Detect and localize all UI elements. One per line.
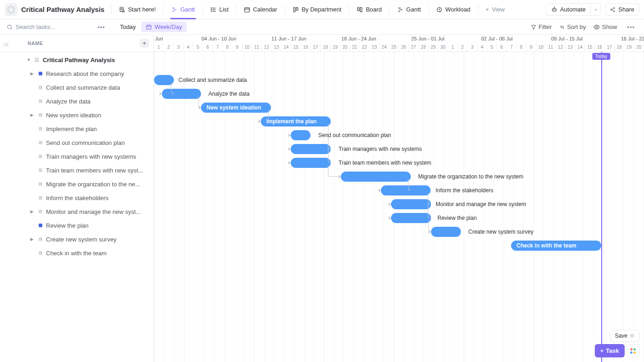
gantt-bar[interactable]: Implement the plan	[261, 116, 331, 126]
task-row[interactable]: ▶Research about the company	[0, 67, 154, 80]
day-label[interactable]: 20	[340, 43, 350, 52]
day-label[interactable]: 7	[213, 43, 223, 52]
task-row[interactable]: ▶Check in with the team	[0, 246, 154, 260]
gantt-bar[interactable]	[381, 185, 431, 195]
more-menu[interactable]: •••	[95, 23, 108, 30]
day-label[interactable]: 20	[634, 43, 644, 52]
new-task-fab[interactable]: + Task	[595, 344, 625, 357]
day-label[interactable]: 23	[370, 43, 380, 52]
day-label[interactable]: 7	[507, 43, 517, 52]
toolbar-more[interactable]: •••	[624, 23, 638, 30]
task-row[interactable]: ▶Monitor and manage the new syst...	[0, 205, 154, 218]
day-label[interactable]: 16	[301, 43, 310, 52]
gantt-bar[interactable]	[291, 130, 310, 140]
day-label[interactable]: 26	[399, 43, 408, 52]
gantt-bar[interactable]	[341, 172, 411, 182]
view-tab-gantt[interactable]: Gantt	[166, 0, 201, 19]
today-button[interactable]: Today	[120, 23, 136, 30]
gantt-area[interactable]: Jun04 Jun - 10 Jun11 Jun - 17 Jun18 Jun …	[154, 35, 644, 362]
day-label[interactable]: 14	[282, 43, 291, 52]
day-label[interactable]: 13	[272, 43, 282, 52]
day-label[interactable]: 17	[311, 43, 321, 52]
gantt-bar[interactable]	[291, 158, 331, 168]
task-row[interactable]: ▶Review the plan	[0, 218, 154, 232]
task-row[interactable]: ▶Collect and summarize data	[0, 80, 154, 94]
view-tab-start-here-[interactable]: Start here!	[113, 0, 161, 19]
day-label[interactable]: 11	[252, 43, 262, 52]
sortby-button[interactable]: Sort by	[559, 23, 586, 30]
day-label[interactable]: 8	[517, 43, 526, 52]
day-label[interactable]: 25	[389, 43, 399, 52]
day-label[interactable]: 2	[164, 43, 173, 52]
view-tab-by-department[interactable]: By Department	[287, 0, 347, 19]
day-label[interactable]: 15	[291, 43, 301, 52]
zoom-weekday-button[interactable]: Week/Day	[141, 22, 187, 32]
task-row[interactable]: ▶New system ideation	[0, 108, 154, 122]
day-label[interactable]: 29	[428, 43, 438, 52]
view-tab-list[interactable]: List	[205, 0, 234, 19]
share-button[interactable]: Share	[605, 3, 639, 16]
day-label[interactable]: 4	[184, 43, 193, 52]
save-button[interactable]: Save	[610, 330, 639, 342]
day-label[interactable]: 5	[487, 43, 497, 52]
add-view-button[interactable]: + View	[480, 0, 511, 19]
day-label[interactable]: 1	[154, 43, 164, 52]
view-tab-calendar[interactable]: Calendar	[238, 0, 283, 19]
day-label[interactable]: 2	[458, 43, 467, 52]
gantt-bar[interactable]	[291, 144, 331, 154]
day-label[interactable]: 28	[419, 43, 428, 52]
gantt-bar[interactable]	[391, 199, 431, 209]
day-label[interactable]: 27	[409, 43, 419, 52]
apps-button[interactable]	[627, 345, 639, 357]
day-label[interactable]: 16	[595, 43, 604, 52]
task-row[interactable]: ▶Train team members with new syst...	[0, 163, 154, 177]
day-label[interactable]: 21	[350, 43, 360, 52]
day-label[interactable]: 8	[223, 43, 232, 52]
day-label[interactable]: 4	[477, 43, 487, 52]
project-icon[interactable]	[5, 3, 17, 16]
day-label[interactable]: 30	[438, 43, 448, 52]
gantt-bar[interactable]: Check in with the team	[511, 241, 601, 251]
gantt-bar[interactable]	[391, 213, 431, 223]
add-task-button[interactable]	[140, 39, 149, 48]
gantt-bar[interactable]: New system ideation	[201, 103, 271, 113]
day-label[interactable]: 22	[360, 43, 369, 52]
automate-button[interactable]: Automate	[546, 3, 591, 16]
day-label[interactable]: 10	[242, 43, 252, 52]
tree-group[interactable]: ▼ ☰ Critical Pathway Analysis	[0, 53, 154, 67]
task-row[interactable]: ▶Send out communication plan	[0, 136, 154, 149]
day-label[interactable]: 12	[556, 43, 565, 52]
day-label[interactable]: 5	[193, 43, 203, 52]
day-label[interactable]: 18	[321, 43, 330, 52]
automate-dropdown[interactable]	[590, 3, 601, 16]
task-row[interactable]: ▶Train managers with new systems	[0, 149, 154, 163]
task-row[interactable]: ▶Analyze the data	[0, 94, 154, 108]
day-label[interactable]: 12	[262, 43, 271, 52]
day-label[interactable]: 24	[380, 43, 389, 52]
day-label[interactable]: 9	[526, 43, 536, 52]
filter-button[interactable]: Filter	[531, 23, 552, 30]
view-tab-gantt[interactable]: Gantt	[391, 0, 426, 19]
day-label[interactable]: 1	[448, 43, 458, 52]
task-row[interactable]: ▶Inform the stakeholders	[0, 191, 154, 205]
day-label[interactable]: 3	[468, 43, 477, 52]
day-label[interactable]: 18	[615, 43, 624, 52]
gantt-bar[interactable]	[431, 227, 461, 237]
day-label[interactable]: 6	[497, 43, 506, 52]
day-label[interactable]: 19	[624, 43, 634, 52]
view-tab-board[interactable]: Board	[351, 0, 387, 19]
day-label[interactable]: 15	[585, 43, 595, 52]
day-label[interactable]: 17	[605, 43, 615, 52]
view-tab-workload[interactable]: Workload	[431, 0, 476, 19]
show-button[interactable]: Show	[593, 23, 617, 30]
day-label[interactable]: 10	[536, 43, 546, 52]
day-label[interactable]: 13	[565, 43, 575, 52]
day-label[interactable]: 9	[232, 43, 242, 52]
day-label[interactable]: 14	[575, 43, 585, 52]
day-label[interactable]: 3	[174, 43, 184, 52]
task-row[interactable]: ▶Migrate the organization to the ne...	[0, 177, 154, 191]
day-label[interactable]: 19	[330, 43, 340, 52]
day-label[interactable]: 11	[546, 43, 556, 52]
task-row[interactable]: ▶Implement the plan	[0, 122, 154, 136]
task-row[interactable]: ▶Create new system survey	[0, 232, 154, 246]
